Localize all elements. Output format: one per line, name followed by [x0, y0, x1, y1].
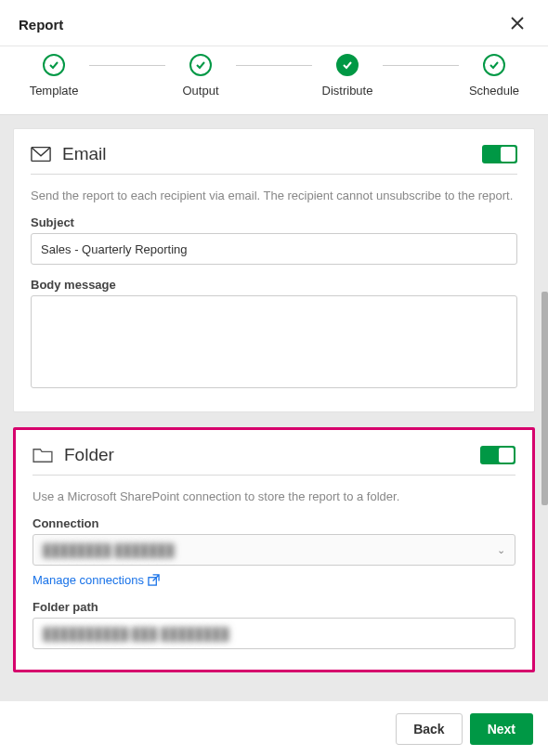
email-helper-text: Send the report to each recipient via em…: [31, 188, 517, 204]
folder-toggle[interactable]: [480, 446, 515, 464]
check-icon: [195, 59, 206, 71]
toggle-knob: [499, 448, 514, 463]
connection-field-group: Connection ████████ ███████ ⌄: [33, 516, 515, 566]
folder-card: Folder Use a Microsoft SharePoint connec…: [13, 427, 535, 672]
link-text: Manage connections: [33, 573, 144, 587]
folder-path-field-group: Folder path ██████████/███ ████████: [33, 600, 515, 649]
external-link-icon: [148, 574, 160, 586]
dialog-title: Report: [19, 17, 63, 33]
body-field-group: Body message: [31, 278, 517, 391]
step-label: Output: [182, 84, 218, 98]
subject-input[interactable]: [31, 233, 517, 265]
body-label: Body message: [31, 278, 517, 292]
next-button[interactable]: Next: [470, 713, 533, 745]
email-toggle[interactable]: [482, 145, 517, 163]
scrollbar-track[interactable]: [541, 115, 548, 701]
toggle-knob: [501, 147, 515, 162]
wizard-stepper: Template Output Distribute Schedule: [0, 46, 548, 114]
card-header: Email: [31, 144, 517, 175]
subject-field-group: Subject: [31, 215, 517, 265]
manage-connections-link[interactable]: Manage connections: [33, 573, 160, 587]
step-distribute[interactable]: Distribute: [320, 54, 375, 98]
connection-value: ████████ ███████: [43, 543, 175, 557]
step-connector: [383, 65, 459, 66]
check-icon: [489, 59, 500, 71]
chevron-down-icon: ⌄: [497, 544, 505, 556]
dialog-header: Report: [0, 0, 548, 46]
folder-path-value: ██████████/███ ████████: [43, 627, 229, 641]
step-template[interactable]: Template: [26, 54, 82, 98]
check-icon: [48, 59, 59, 71]
card-title: Folder: [64, 445, 114, 465]
subject-label: Subject: [31, 215, 517, 229]
card-header: Folder: [33, 445, 515, 476]
step-label: Schedule: [469, 84, 519, 98]
card-title: Email: [62, 144, 107, 164]
dialog-footer: Back Next: [0, 702, 548, 756]
email-card: Email Send the report to each recipient …: [13, 128, 535, 412]
body-textarea[interactable]: [31, 295, 517, 388]
folder-path-input[interactable]: ██████████/███ ████████: [33, 618, 515, 649]
connection-select[interactable]: ████████ ███████ ⌄: [33, 534, 515, 566]
close-icon: [511, 17, 524, 30]
step-schedule[interactable]: Schedule: [466, 54, 522, 98]
step-label: Distribute: [322, 84, 373, 98]
connection-label: Connection: [33, 516, 515, 530]
check-icon: [342, 59, 353, 71]
content-area: Email Send the report to each recipient …: [0, 114, 548, 701]
step-label: Template: [30, 84, 79, 98]
step-connector: [89, 65, 165, 66]
mail-icon: [31, 146, 51, 163]
step-connector: [236, 65, 312, 66]
folder-icon: [33, 447, 53, 463]
close-button[interactable]: [505, 13, 529, 36]
folder-helper-text: Use a Microsoft SharePoint connection to…: [33, 489, 515, 505]
scrollbar-thumb[interactable]: [541, 292, 548, 505]
folder-path-label: Folder path: [33, 600, 515, 614]
step-output[interactable]: Output: [173, 54, 228, 98]
back-button[interactable]: Back: [396, 713, 462, 745]
